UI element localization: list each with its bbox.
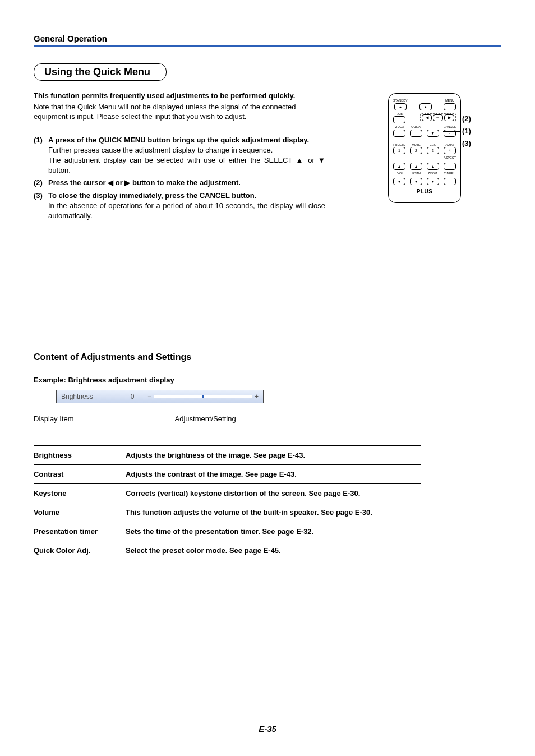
step-num-2: (2) xyxy=(34,178,48,188)
callout-line-2 xyxy=(443,119,460,119)
table-row: Presentation timer Sets the time of the … xyxy=(34,522,421,541)
remote-btn-video xyxy=(393,130,405,137)
remote-label-standby: STANDBY xyxy=(393,99,408,103)
remote-label-kstn: KSTN xyxy=(409,172,424,176)
callout-3: (3) xyxy=(462,139,471,147)
table-label: Keystone xyxy=(34,489,118,497)
remote-btn-4: 4 xyxy=(444,147,456,154)
osd-label-display-item: Display Item xyxy=(34,414,74,423)
table-row: Contrast Adjusts the contrast of the ima… xyxy=(34,465,421,484)
table-desc: This function adjusts the volume of the … xyxy=(126,508,421,517)
remote-btn-standby: ● xyxy=(394,103,407,110)
step-3-title: To close the display immediately, press … xyxy=(48,191,325,201)
step-1-title: A press of the QUICK MENU button brings … xyxy=(48,135,325,145)
step-1-text-b: The adjustment display can be selected w… xyxy=(48,155,325,176)
remote-label-eco: ECO xyxy=(430,144,436,147)
adjustments-table: Brightness Adjusts the brightness of the… xyxy=(34,445,421,560)
remote-label-video: VIDEO xyxy=(394,126,404,129)
remote-label-menu: MENU xyxy=(445,99,454,103)
table-desc: Adjusts the contrast of the image. See p… xyxy=(126,470,421,478)
remote-btn-menu xyxy=(444,103,456,110)
callout-2: (2) xyxy=(462,114,471,123)
remote-btn-vol-dn: ▼ xyxy=(393,178,405,185)
step-num-3: (3) xyxy=(34,191,48,222)
osd-minus: − xyxy=(147,393,151,400)
intro-bold: This function permits frequently used ad… xyxy=(34,91,325,101)
osd-slider-thumb xyxy=(202,395,204,398)
remote-btn-kstn-dn: ▼ xyxy=(410,178,422,185)
remote-label-vol: VOL xyxy=(393,172,408,176)
subsection-title: Content of Adjustments and Settings xyxy=(34,352,501,362)
remote-btn-2: 2 xyxy=(410,147,422,154)
osd-plus: + xyxy=(255,393,259,400)
osd-label-adjustment: Adjustment/Setting xyxy=(175,414,236,423)
table-desc: Select the preset color mode. See page E… xyxy=(126,546,421,555)
table-label: Volume xyxy=(34,508,118,517)
remote-btn-zoom-dn: ▼ xyxy=(427,178,439,185)
table-row: Keystone Corrects (vertical) keystone di… xyxy=(34,484,421,503)
remote-label-mute: MUTE xyxy=(412,144,421,147)
title-rule xyxy=(165,72,501,72)
remote-btn-right: ▶ xyxy=(444,114,454,121)
page-title: Using the Quick Menu xyxy=(34,63,167,81)
example-label: Example: Brightness adjustment display xyxy=(34,376,501,384)
osd-slider-track xyxy=(154,395,252,398)
remote-btn-enter: ↵ xyxy=(433,114,443,121)
remote-btn-1: 1 xyxy=(393,147,405,154)
remote-label-cancel: CANCEL xyxy=(444,126,456,129)
table-row: Volume This function adjusts the volume … xyxy=(34,503,421,522)
table-desc: Adjusts the brightness of the image. See… xyxy=(126,451,421,459)
osd-bar: Brightness 0 − + xyxy=(56,390,264,403)
callout-line-3 xyxy=(443,144,460,144)
remote-brand: PLUS xyxy=(393,188,456,195)
step-num-1: (1) xyxy=(34,135,48,176)
remote-btn-cancel: ◦ xyxy=(444,130,456,137)
callout-1: (1) xyxy=(462,127,471,135)
intro-text: Note that the Quick Menu will not be dis… xyxy=(34,102,325,122)
table-label: Brightness xyxy=(34,451,118,459)
remote-enter-group: ◀ ↵ ▶ xyxy=(420,113,456,122)
remote-label-zoom: ZOOM xyxy=(426,172,440,176)
remote-btn-quick xyxy=(410,130,422,137)
table-desc: Corrects (vertical) keystone distortion … xyxy=(126,489,421,497)
page-number: E-35 xyxy=(0,724,535,734)
table-label: Quick Color Adj. xyxy=(34,546,118,555)
remote-btn-3: 3 xyxy=(427,147,439,154)
leader-h-left xyxy=(56,418,79,418)
callout-line-1 xyxy=(443,131,460,132)
remote-btn-rgb xyxy=(393,116,405,123)
remote-label-freeze: FREEZE xyxy=(393,144,405,147)
osd-value: 0 xyxy=(124,393,141,400)
step-2-title: Press the cursor ◀ or ▶ button to make t… xyxy=(48,178,325,188)
table-desc: Sets the time of the presentation timer.… xyxy=(126,527,421,536)
remote-diagram: STANDBY● ▲ MENU RGB ◀ ↵ ▶ VIDEO QUICK xyxy=(388,93,461,203)
remote-btn-timer xyxy=(444,178,456,185)
remote-label-timer: TIMER xyxy=(441,172,456,176)
leader-v-left xyxy=(79,402,79,418)
remote-label-aspect: ASPECT xyxy=(444,156,456,160)
osd-item-name: Brightness xyxy=(61,393,117,400)
remote-btn-zoom-up: ▲ xyxy=(427,163,439,170)
remote-btn-vol-up: ▲ xyxy=(393,163,405,170)
remote-btn-down: ▼ xyxy=(427,130,439,137)
remote-label-rgb: RGB xyxy=(396,113,403,116)
remote-btn-left: ◀ xyxy=(422,114,432,121)
remote-btn-up: ▲ xyxy=(419,103,432,110)
remote-btn-kstn-up: ▲ xyxy=(410,163,422,170)
remote-btn-aspect xyxy=(444,163,456,170)
table-label: Presentation timer xyxy=(34,527,118,536)
step-1-text-a: Further presses cause the adjustment dis… xyxy=(48,145,325,155)
remote-label-quick: QUICK xyxy=(411,126,421,129)
leader-v-right xyxy=(202,402,202,418)
table-label: Contrast xyxy=(34,470,118,478)
table-row: Brightness Adjusts the brightness of the… xyxy=(34,445,421,465)
table-row: Quick Color Adj. Select the preset color… xyxy=(34,541,421,560)
step-3-text-a: In the absence of operations for a perio… xyxy=(48,201,325,221)
section-header: General Operation xyxy=(34,34,501,47)
